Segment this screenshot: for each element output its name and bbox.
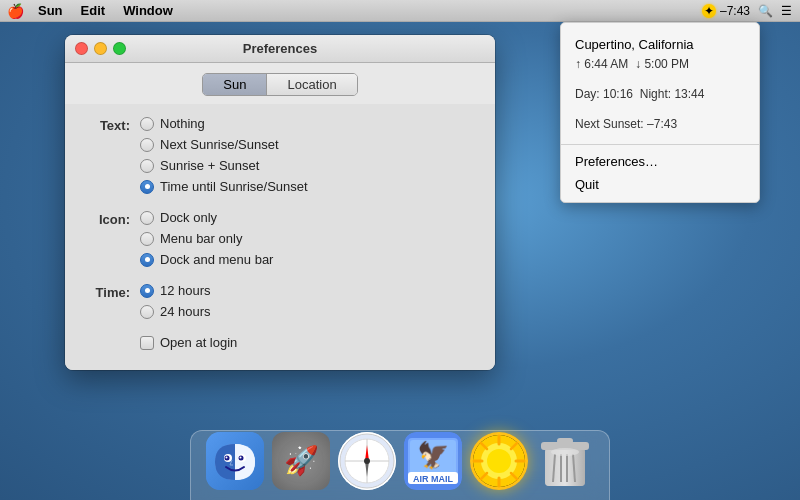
dropdown-quit[interactable]: Quit [561, 173, 759, 196]
icon-dock-only-label: Dock only [160, 210, 217, 225]
rocket-svg: 🚀 [277, 437, 325, 485]
text-nothing[interactable]: Nothing [140, 116, 308, 131]
icon-dock-only[interactable]: Dock only [140, 210, 273, 225]
text-options: Nothing Next Sunrise/Sunset Sunrise + Su… [140, 116, 308, 194]
trash-svg [539, 432, 591, 490]
icon-dock-and-menu-radio[interactable] [140, 253, 154, 267]
svg-point-36 [487, 449, 511, 473]
menubar-window[interactable]: Window [115, 3, 181, 18]
mail-svg: 🦅 AIR MAIL [404, 432, 462, 490]
time-12h[interactable]: 12 hours [140, 283, 211, 298]
icon-menu-bar-only[interactable]: Menu bar only [140, 231, 273, 246]
svg-point-8 [240, 457, 242, 459]
text-nothing-label: Nothing [160, 116, 205, 131]
icon-dock-only-radio[interactable] [140, 211, 154, 225]
menubar-items: Sun Edit Window [30, 3, 181, 18]
dock-sun[interactable] [470, 432, 528, 490]
time-options: 12 hours 24 hours [140, 283, 211, 319]
preferences-title: Preferences [243, 41, 317, 56]
text-sunrise-sunset[interactable]: Sunrise + Sunset [140, 158, 308, 173]
sun-app-icon [470, 432, 528, 490]
time-24h-radio[interactable] [140, 305, 154, 319]
preferences-titlebar: Preferences [65, 35, 495, 63]
menubar-time: –7:43 [720, 4, 750, 18]
time-section: Time: 12 hours 24 hours [85, 283, 475, 319]
svg-text:AIR MAIL: AIR MAIL [413, 474, 453, 484]
icon-menu-bar-only-radio[interactable] [140, 232, 154, 246]
dock-launchpad[interactable]: 🚀 [272, 432, 330, 490]
menubar-edit[interactable]: Edit [73, 3, 114, 18]
window-buttons [75, 42, 126, 55]
dock-safari[interactable] [338, 432, 396, 490]
text-time-until-label: Time until Sunrise/Sunset [160, 179, 308, 194]
time-24h[interactable]: 24 hours [140, 304, 211, 319]
location-name: Cupertino, California [575, 35, 745, 55]
dock-mail[interactable]: 🦅 AIR MAIL [404, 432, 462, 490]
text-nothing-radio[interactable] [140, 117, 154, 131]
dropdown-preferences[interactable]: Preferences… [561, 150, 759, 173]
sun-svg [472, 434, 526, 488]
time-12h-label: 12 hours [160, 283, 211, 298]
trash-icon [536, 432, 594, 490]
menubar-sun[interactable]: Sun [30, 3, 71, 18]
text-next-sunrise-label: Next Sunrise/Sunset [160, 137, 279, 152]
text-next-sunrise[interactable]: Next Sunrise/Sunset [140, 137, 308, 152]
text-time-until-radio[interactable] [140, 180, 154, 194]
apple-menu[interactable]: 🍎 [0, 3, 30, 19]
menubar-list[interactable]: ☰ [781, 4, 792, 18]
menubar-search[interactable]: 🔍 [758, 4, 773, 18]
svg-text:🦅: 🦅 [417, 439, 450, 471]
dock-items: 🚀 [206, 432, 594, 495]
icon-options: Dock only Menu bar only Dock and menu ba… [140, 210, 273, 267]
icon-menu-bar-only-label: Menu bar only [160, 231, 242, 246]
dropdown-next-sunset: Next Sunset: –7:43 [561, 109, 759, 139]
text-time-until[interactable]: Time until Sunrise/Sunset [140, 179, 308, 194]
svg-point-7 [226, 457, 228, 459]
text-next-sunrise-radio[interactable] [140, 138, 154, 152]
dropdown-location-info: Cupertino, California ↑ 6:44 AM ↓ 5:00 P… [561, 29, 759, 79]
open-at-login-checkbox[interactable] [140, 336, 154, 350]
svg-point-45 [551, 448, 579, 456]
tab-location[interactable]: Location [267, 74, 356, 95]
tab-group: Sun Location [202, 73, 357, 96]
open-at-login-section: Open at login [140, 335, 475, 350]
svg-rect-40 [557, 438, 573, 444]
finder-svg [206, 432, 264, 490]
dropdown-divider [561, 144, 759, 145]
sun-dropdown-menu: Cupertino, California ↑ 6:44 AM ↓ 5:00 P… [560, 22, 760, 203]
dock-trash[interactable] [536, 432, 594, 490]
maximize-button[interactable] [113, 42, 126, 55]
preferences-content: Text: Nothing Next Sunrise/Sunset Sunris… [65, 104, 495, 370]
time-24h-label: 24 hours [160, 304, 211, 319]
text-sunrise-sunset-label: Sunrise + Sunset [160, 158, 259, 173]
menubar-right: ✦ –7:43 🔍 ☰ [702, 0, 800, 22]
open-at-login-option[interactable]: Open at login [140, 335, 475, 350]
dropdown-day-night: Day: 10:16 Night: 13:44 [561, 79, 759, 109]
dock-finder[interactable] [206, 432, 264, 490]
launchpad-icon: 🚀 [272, 432, 330, 490]
icon-dock-and-menu-label: Dock and menu bar [160, 252, 273, 267]
time-label: Time: [85, 283, 140, 319]
svg-text:🚀: 🚀 [284, 444, 319, 477]
sun-status-icon: ✦ [702, 4, 716, 18]
open-at-login-label: Open at login [160, 335, 237, 350]
icon-section: Icon: Dock only Menu bar only Dock and m… [85, 210, 475, 267]
time-12h-radio[interactable] [140, 284, 154, 298]
close-button[interactable] [75, 42, 88, 55]
text-sunrise-sunset-radio[interactable] [140, 159, 154, 173]
menubar: 🍎 Sun Edit Window ✦ –7:43 🔍 ☰ [0, 0, 800, 22]
text-section: Text: Nothing Next Sunrise/Sunset Sunris… [85, 116, 475, 194]
safari-icon [338, 432, 396, 490]
tab-bar: Sun Location [65, 63, 495, 104]
text-label: Text: [85, 116, 140, 194]
minimize-button[interactable] [94, 42, 107, 55]
dock: 🚀 [0, 420, 800, 500]
icon-dock-and-menu[interactable]: Dock and menu bar [140, 252, 273, 267]
safari-svg [338, 432, 396, 490]
mail-icon: 🦅 AIR MAIL [404, 432, 462, 490]
finder-icon [206, 432, 264, 490]
preferences-window: Preferences Sun Location Text: Nothing [65, 35, 495, 370]
menubar-sun-status[interactable]: ✦ –7:43 [702, 4, 750, 18]
tab-sun[interactable]: Sun [203, 74, 267, 95]
svg-point-18 [364, 458, 370, 464]
